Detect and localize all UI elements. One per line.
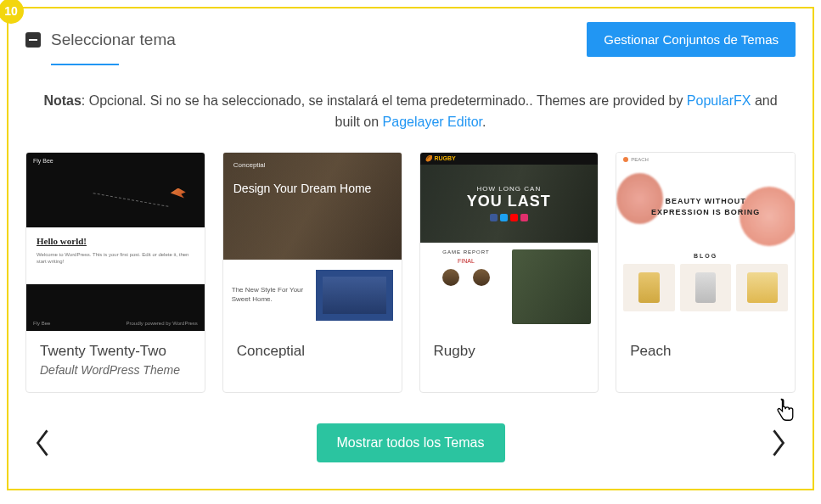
preview-game-report: GAME REPORT xyxy=(427,249,506,255)
preview-final: FINAL xyxy=(427,258,506,264)
panel-header: Seleccionar tema Gestionar Conjuntos de … xyxy=(25,22,796,57)
carousel-footer: Mostrar todos los Temas xyxy=(25,423,796,462)
theme-thumbnail: PEACH BEAUTY WITHOUT EXPRESSION IS BORIN… xyxy=(616,153,795,331)
collapse-icon[interactable] xyxy=(25,32,41,48)
preview-brand: Conceptial xyxy=(233,161,391,169)
preview-line2: YOU LAST xyxy=(467,193,551,210)
notes-text: Notas: Opcional. Si no se ha seleccionad… xyxy=(34,91,787,133)
popularfx-link[interactable]: PopularFX xyxy=(687,93,751,108)
step-badge: 10 xyxy=(0,0,24,24)
themes-grid: Fly Bee Hello world! Welcome to WordPres… xyxy=(25,152,796,393)
preview-sub: Welcome to WordPress. This is your first… xyxy=(37,251,194,266)
preview-logo: 🏉 RUGBY xyxy=(425,155,456,162)
preview-room-image xyxy=(316,270,393,321)
theme-name: Twenty Twenty-Two xyxy=(40,343,191,360)
notes-before: : Opcional. Si no se ha seleccionado, se… xyxy=(82,93,687,108)
theme-card-conceptial[interactable]: Conceptial Design Your Dream Home The Ne… xyxy=(222,152,402,393)
preview-footer-left: Fly Bee xyxy=(33,321,50,326)
preview-footer-right: Proudly powered by WordPress xyxy=(126,321,197,326)
notes-label: Notas xyxy=(43,93,81,108)
theme-thumbnail: Fly Bee Hello world! Welcome to WordPres… xyxy=(26,153,205,331)
preview-brand: Fly Bee xyxy=(33,158,198,164)
header-left: Seleccionar tema xyxy=(25,31,176,49)
preview-tagline: Design Your Dream Home xyxy=(233,181,391,196)
next-arrow[interactable] xyxy=(767,424,790,462)
show-all-themes-button[interactable]: Mostrar todos los Temas xyxy=(317,423,505,462)
theme-name: Conceptial xyxy=(237,343,388,360)
preview-headline1: BEAUTY WITHOUT xyxy=(665,197,745,205)
manage-theme-sets-button[interactable]: Gestionar Conjuntos de Temas xyxy=(587,22,796,57)
preview-match-image xyxy=(512,249,591,324)
preview-blog-label: BLOG xyxy=(616,248,795,264)
preview-social-icons xyxy=(490,214,528,221)
preview-lower-text: The New Style For Your Sweet Home. xyxy=(232,286,309,304)
theme-label: Peach xyxy=(616,331,795,375)
preview-logo-dot xyxy=(623,157,628,162)
preview-products xyxy=(616,264,795,318)
pagelayer-link[interactable]: Pagelayer Editor xyxy=(383,115,482,129)
theme-subtitle: Default WordPress Theme xyxy=(40,363,191,377)
preview-line1: HOW LONG CAN xyxy=(477,185,542,193)
preview-headline: Hello world! xyxy=(37,236,194,246)
title-underline xyxy=(51,64,119,65)
step-panel: 10 Seleccionar tema Gestionar Conjuntos … xyxy=(7,7,814,490)
preview-brand: PEACH xyxy=(631,157,649,162)
preview-headline2: EXPRESSION IS BORING xyxy=(651,208,760,216)
theme-name: Peach xyxy=(630,343,781,360)
bird-icon xyxy=(171,188,186,199)
panel-title: Seleccionar tema xyxy=(51,31,176,49)
theme-card-twenty-twenty-two[interactable]: Fly Bee Hello world! Welcome to WordPres… xyxy=(25,152,205,393)
theme-card-rugby[interactable]: 🏉 RUGBY HOW LONG CAN YOU LAST GAME REPOR… xyxy=(419,152,599,393)
theme-name: Rugby xyxy=(434,343,585,360)
theme-card-peach[interactable]: PEACH BEAUTY WITHOUT EXPRESSION IS BORIN… xyxy=(616,152,796,393)
theme-label: Rugby xyxy=(420,331,599,375)
theme-label: Twenty Twenty-Two Default WordPress Them… xyxy=(26,331,205,392)
theme-thumbnail: 🏉 RUGBY HOW LONG CAN YOU LAST GAME REPOR… xyxy=(420,153,599,331)
notes-after: . xyxy=(482,115,486,129)
theme-thumbnail: Conceptial Design Your Dream Home The Ne… xyxy=(223,153,402,331)
theme-label: Conceptial xyxy=(223,331,402,375)
prev-arrow[interactable] xyxy=(31,424,54,462)
